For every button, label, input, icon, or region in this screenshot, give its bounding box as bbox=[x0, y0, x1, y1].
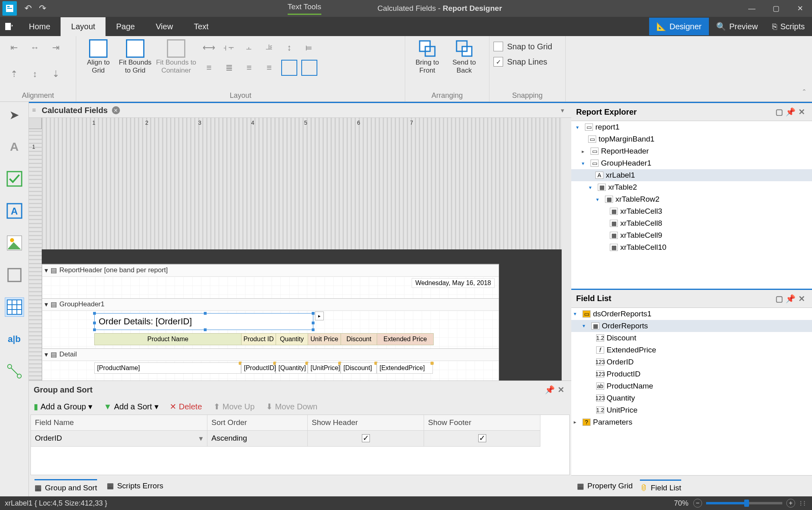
resize-grip-icon[interactable]: ⫶⫶ bbox=[799, 499, 807, 508]
close-button[interactable]: ✕ bbox=[788, 0, 812, 17]
align-center-h-icon[interactable]: ↔ bbox=[25, 38, 45, 58]
canvas[interactable]: ▾▤ReportHeader [one band per report] Wed… bbox=[42, 249, 562, 381]
checkbox-tool[interactable] bbox=[5, 169, 24, 188]
remove-hspace-icon[interactable]: ⫢ bbox=[299, 38, 319, 58]
close-tab-button[interactable]: ✕ bbox=[112, 106, 120, 114]
fit-bounds-to-grid-button[interactable]: Fit Bounds to Grid bbox=[117, 38, 153, 74]
mode-designer[interactable]: 📐Designer bbox=[649, 18, 709, 35]
center-v-icon[interactable] bbox=[301, 60, 317, 76]
move-up-button[interactable]: ⬆Move Up bbox=[213, 402, 255, 411]
add-sort-button[interactable]: ▼Add a Sort▾ bbox=[104, 402, 158, 411]
mode-preview[interactable]: 🔍Preview bbox=[709, 18, 765, 35]
zoom-slider[interactable] bbox=[706, 502, 782, 504]
collapse-ribbon-icon[interactable]: ˆ bbox=[803, 88, 806, 97]
tab-dropdown-icon[interactable]: ▾ bbox=[557, 105, 568, 116]
table-header-row: Field Name Sort Order Show Header Show F… bbox=[31, 415, 569, 431]
window-icon[interactable]: ▢ bbox=[773, 293, 785, 304]
send-to-back-button[interactable]: Send to Back bbox=[446, 38, 482, 74]
picture-tool[interactable] bbox=[5, 233, 24, 253]
document-tab[interactable]: Calculated Fields bbox=[42, 106, 112, 115]
hspace-equal-icon[interactable]: ⫞⫟ bbox=[219, 38, 239, 58]
report-page: ▾▤ReportHeader [one band per report] Wed… bbox=[42, 264, 499, 381]
report-explorer-tree[interactable]: ▾▭report1 ▭topMarginBand1 ▸▭ReportHeader… bbox=[571, 121, 812, 289]
undo-button[interactable]: ↶ bbox=[21, 1, 35, 16]
zoom-in-button[interactable]: + bbox=[786, 499, 795, 508]
panel-tool[interactable] bbox=[5, 265, 24, 285]
richtext-tool[interactable]: A bbox=[5, 201, 24, 221]
group-alignment-label: Alignment bbox=[4, 90, 72, 101]
size-height-icon[interactable]: ↕ bbox=[279, 38, 299, 58]
hspace-dec-icon[interactable]: ⫡ bbox=[259, 38, 279, 58]
detail-table-row[interactable]: [ProductName] [ProductID] [Quantity] [Un… bbox=[94, 362, 433, 374]
pin-icon[interactable]: 📌 bbox=[785, 106, 796, 117]
window-icon[interactable]: ▢ bbox=[773, 106, 785, 117]
tree-selected-xrlabel1[interactable]: AxrLabel1 bbox=[571, 169, 812, 181]
align-to-grid-button[interactable]: Align to Grid bbox=[80, 38, 116, 74]
tab-layout[interactable]: Layout bbox=[61, 17, 106, 36]
table-header-row[interactable]: Product Name Product ID Quantity Unit Pr… bbox=[94, 333, 434, 345]
menu-icon[interactable]: ≡ bbox=[32, 107, 42, 114]
show-header-checkbox[interactable]: ✓ bbox=[362, 434, 370, 442]
minimize-button[interactable]: — bbox=[740, 0, 764, 17]
tab-scripts-errors[interactable]: ▦Scripts Errors bbox=[107, 479, 163, 492]
zoom-out-button[interactable]: − bbox=[693, 499, 702, 508]
fit-bounds-to-container-button[interactable]: Fit Bounds to Container bbox=[154, 38, 198, 74]
vspace-equal-icon[interactable]: ≡ bbox=[199, 58, 219, 78]
smart-tag-button[interactable]: ▸ bbox=[315, 312, 324, 320]
vspace-inc-icon[interactable]: ≣ bbox=[219, 58, 239, 78]
remove-vspace-icon[interactable]: ≡ bbox=[259, 58, 279, 78]
quick-menu-button[interactable] bbox=[0, 17, 18, 36]
tab-field-list[interactable]: 🛢Field List bbox=[640, 480, 681, 492]
close-icon[interactable]: ✕ bbox=[555, 384, 566, 395]
delete-button[interactable]: ✕Delete bbox=[170, 402, 202, 411]
close-icon[interactable]: ✕ bbox=[796, 293, 807, 304]
pin-icon[interactable]: 📌 bbox=[544, 384, 555, 395]
tab-property-grid[interactable]: ▦Property Grid bbox=[577, 480, 633, 492]
table-tool[interactable] bbox=[5, 298, 24, 317]
align-center-v-icon[interactable]: ↕ bbox=[25, 64, 45, 84]
tab-text[interactable]: Text bbox=[183, 17, 219, 36]
align-left-icon[interactable]: ⇤ bbox=[4, 38, 24, 58]
field-list-tree[interactable]: ▾▭dsOrderReports1 ▾▦OrderReports 1.2Disc… bbox=[571, 308, 812, 476]
bottom-tabs: ▦Group and Sort ▦Scripts Errors bbox=[29, 475, 571, 496]
align-bottom-icon[interactable]: ⇣ bbox=[46, 64, 66, 84]
label-tool[interactable]: A bbox=[5, 137, 24, 156]
close-icon[interactable]: ✕ bbox=[796, 106, 807, 117]
pointer-tool[interactable]: ➤ bbox=[5, 105, 24, 124]
detail-band[interactable]: ▾▤Detail [ProductName] [ProductID] [Quan… bbox=[42, 348, 499, 381]
db-icon: 🛢 bbox=[640, 484, 648, 492]
pin-icon[interactable]: 📌 bbox=[785, 293, 796, 304]
vertical-scrollbar[interactable] bbox=[562, 118, 571, 380]
group-icon: ▦ bbox=[35, 483, 42, 492]
tab-home[interactable]: Home bbox=[18, 17, 61, 36]
move-down-button[interactable]: ⬇Move Down bbox=[266, 402, 318, 411]
svg-rect-3 bbox=[5, 23, 11, 30]
tab-group-and-sort[interactable]: ▦Group and Sort bbox=[35, 479, 97, 492]
add-group-button[interactable]: ▮Add a Group▾ bbox=[34, 402, 92, 411]
group-header-band[interactable]: ▾▤GroupHeader1 ▸ Order Details: [OrderID… bbox=[42, 298, 499, 348]
show-footer-checkbox[interactable]: ✓ bbox=[478, 434, 486, 442]
mode-scripts[interactable]: ⎘Scripts bbox=[765, 18, 812, 35]
hspace-inc-icon[interactable]: ⫠ bbox=[239, 38, 259, 58]
size-width-icon[interactable]: ⟷ bbox=[199, 38, 219, 58]
tab-view[interactable]: View bbox=[145, 17, 183, 36]
maximize-button[interactable]: ▢ bbox=[764, 0, 788, 17]
snap-lines-checkbox[interactable]: ✓Snap Lines bbox=[493, 57, 547, 67]
line-tool[interactable] bbox=[5, 362, 24, 381]
character-comb-tool[interactable]: a|b bbox=[5, 330, 24, 349]
align-right-icon[interactable]: ⇥ bbox=[46, 38, 66, 58]
table-row[interactable]: OrderID▾ Ascending ✓ ✓ bbox=[31, 431, 569, 447]
window-title: Calculated Fields - Report Designer bbox=[378, 4, 502, 13]
date-label[interactable]: Wednesday, May 16, 2018 bbox=[412, 278, 495, 288]
field-list-title: Field List ▢ 📌 ✕ bbox=[571, 289, 812, 308]
redo-button[interactable]: ↷ bbox=[35, 1, 50, 16]
snap-to-grid-checkbox[interactable]: Snap to Grid bbox=[493, 42, 552, 51]
align-top-icon[interactable]: ⇡ bbox=[4, 64, 24, 84]
bring-to-front-button[interactable]: Bring to Front bbox=[409, 38, 445, 74]
vspace-dec-icon[interactable]: ≡ bbox=[239, 58, 259, 78]
tree-selected-orderreports[interactable]: ▾▦OrderReports bbox=[571, 320, 812, 332]
tab-page[interactable]: Page bbox=[106, 17, 145, 36]
xrlabel1-selected[interactable]: Order Details: [OrderID] bbox=[94, 313, 313, 330]
report-header-band[interactable]: ▾▤ReportHeader [one band per report] Wed… bbox=[42, 264, 499, 298]
center-h-icon[interactable] bbox=[281, 60, 297, 76]
